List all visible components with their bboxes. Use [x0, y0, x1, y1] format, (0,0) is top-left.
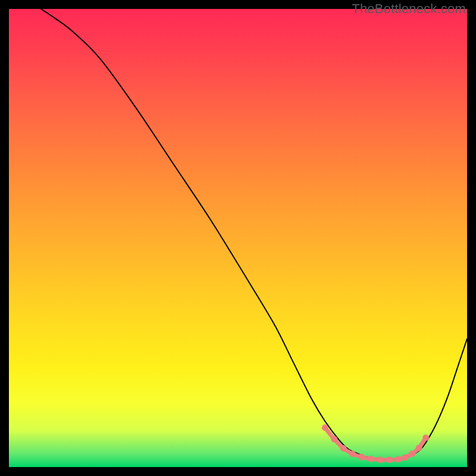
- marker-dot: [409, 450, 415, 457]
- marker-dot: [422, 434, 429, 441]
- marker-dot: [349, 450, 356, 457]
- marker-dot: [395, 456, 402, 462]
- marker-dot: [322, 424, 328, 431]
- marker-dot: [331, 436, 337, 443]
- marker-dot: [402, 454, 409, 461]
- plot-area: TheBottleneck.com: [9, 9, 467, 467]
- marker-dot: [340, 445, 347, 452]
- bottleneck-curve: [41, 9, 467, 460]
- marker-dot: [386, 456, 393, 463]
- marker-dot: [377, 456, 383, 463]
- marker-dot: [368, 456, 374, 462]
- marker-dot: [416, 444, 422, 451]
- chart-stage: TheBottleneck.com: [0, 0, 476, 476]
- marker-dot: [358, 454, 365, 461]
- curve-layer: [9, 9, 467, 467]
